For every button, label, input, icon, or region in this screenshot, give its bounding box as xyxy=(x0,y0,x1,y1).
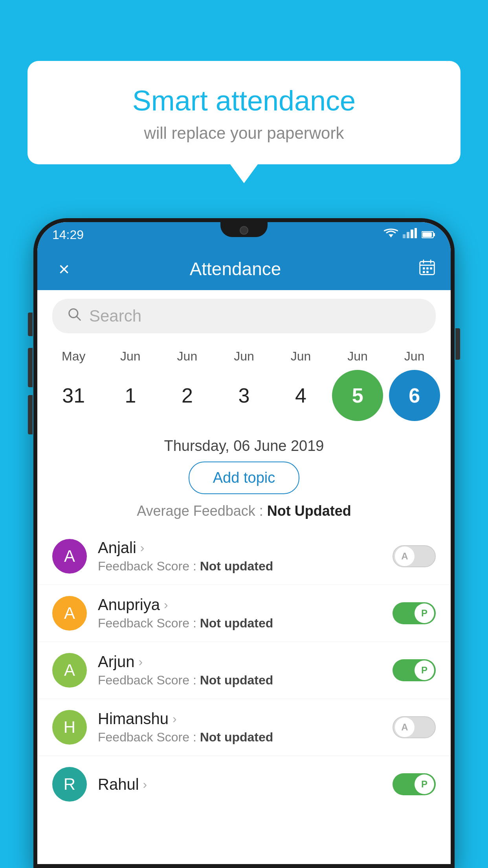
svg-rect-16 xyxy=(426,271,429,273)
close-button[interactable]: × xyxy=(52,258,76,280)
svg-rect-14 xyxy=(430,267,432,270)
front-camera xyxy=(240,226,248,235)
student-item-arjun[interactable]: A Arjun › Feedback Score : Not updated P xyxy=(37,642,451,699)
speech-bubble-title: Smart attendance xyxy=(55,85,433,117)
svg-rect-4 xyxy=(415,228,417,238)
student-avatar-anupriya: A xyxy=(52,596,87,631)
calendar-month-6: Jun xyxy=(389,349,440,364)
status-icons xyxy=(384,228,436,242)
calendar-month-5: Jun xyxy=(332,349,383,364)
chevron-right-icon: › xyxy=(140,541,145,555)
chevron-right-icon: › xyxy=(164,598,168,612)
mute-button[interactable] xyxy=(28,313,33,336)
calendar-strip: May Jun Jun Jun Jun Jun Jun 31 1 2 3 4 5… xyxy=(37,342,451,428)
speech-bubble: Smart attendance will replace your paper… xyxy=(28,61,460,164)
attendance-toggle-himanshu[interactable]: A xyxy=(393,716,436,738)
svg-rect-6 xyxy=(433,233,435,236)
svg-rect-2 xyxy=(407,232,409,238)
search-placeholder: Search xyxy=(89,307,141,326)
speech-bubble-subtitle: will replace your paperwork xyxy=(55,124,433,143)
calendar-dates-row: 31 1 2 3 4 5 6 xyxy=(45,367,443,428)
student-info-arjun: Arjun › Feedback Score : Not updated xyxy=(98,653,393,688)
search-bar[interactable]: Search xyxy=(52,299,436,333)
battery-icon xyxy=(422,229,436,241)
toggle-thumb-anupriya: P xyxy=(415,603,434,623)
svg-rect-1 xyxy=(403,234,405,238)
calendar-month-3: Jun xyxy=(218,349,270,364)
svg-line-18 xyxy=(77,316,81,320)
search-icon xyxy=(67,307,82,326)
svg-rect-3 xyxy=(411,230,413,238)
student-feedback-arjun: Feedback Score : Not updated xyxy=(98,673,393,688)
student-feedback-anjali: Feedback Score : Not updated xyxy=(98,559,393,574)
student-item-anupriya[interactable]: A Anupriya › Feedback Score : Not update… xyxy=(37,585,451,642)
calendar-month-0: May xyxy=(48,349,99,364)
feedback-summary: Average Feedback : Not Updated xyxy=(37,503,451,528)
student-info-anupriya: Anupriya › Feedback Score : Not updated xyxy=(98,596,393,631)
student-avatar-arjun: A xyxy=(52,653,87,688)
power-button[interactable] xyxy=(455,328,460,360)
signal-icon xyxy=(403,228,417,242)
content-area: Thursday, 06 June 2019 Add topic Average… xyxy=(37,428,451,820)
calendar-date-3[interactable]: 3 xyxy=(218,370,270,421)
volume-down-button[interactable] xyxy=(28,395,33,434)
svg-marker-0 xyxy=(389,234,393,237)
student-feedback-anupriya: Feedback Score : Not updated xyxy=(98,616,393,631)
svg-rect-13 xyxy=(426,267,429,270)
calendar-date-0[interactable]: 31 xyxy=(48,370,99,421)
feedback-summary-label: Average Feedback : xyxy=(137,503,267,519)
student-info-anjali: Anjali › Feedback Score : Not updated xyxy=(98,539,393,574)
student-name-rahul: Rahul › xyxy=(98,776,393,793)
toggle-thumb-rahul: P xyxy=(415,774,434,794)
student-list: A Anjali › Feedback Score : Not updated … xyxy=(37,528,451,813)
student-item-rahul[interactable]: R Rahul › P xyxy=(37,756,451,813)
student-name-anjali: Anjali › xyxy=(98,539,393,557)
calendar-date-selected[interactable]: 6 xyxy=(389,370,440,421)
app-bar: × Attendance xyxy=(37,248,451,290)
calendar-month-2: Jun xyxy=(161,349,213,364)
student-feedback-himanshu: Feedback Score : Not updated xyxy=(98,730,393,745)
toggle-thumb-himanshu: A xyxy=(395,717,415,737)
student-item-anjali[interactable]: A Anjali › Feedback Score : Not updated … xyxy=(37,528,451,585)
student-avatar-rahul: R xyxy=(52,767,87,802)
calendar-date-today[interactable]: 5 xyxy=(332,370,383,421)
chevron-right-icon: › xyxy=(172,712,177,726)
svg-rect-12 xyxy=(423,267,425,270)
svg-rect-7 xyxy=(422,232,432,237)
selected-date-label: Thursday, 06 June 2019 xyxy=(37,428,451,462)
phone-frame: 14:29 xyxy=(33,218,455,868)
student-name-arjun: Arjun › xyxy=(98,653,393,671)
chevron-right-icon: › xyxy=(143,777,147,792)
student-info-rahul: Rahul › xyxy=(98,776,393,793)
calendar-date-4[interactable]: 4 xyxy=(275,370,327,421)
student-avatar-himanshu: H xyxy=(52,710,87,745)
attendance-toggle-rahul[interactable]: P xyxy=(393,773,436,795)
student-item-himanshu[interactable]: H Himanshu › Feedback Score : Not update… xyxy=(37,699,451,756)
phone-screen: 14:29 xyxy=(37,222,451,864)
feedback-summary-value: Not Updated xyxy=(267,503,351,519)
chevron-right-icon: › xyxy=(138,655,143,669)
calendar-date-1[interactable]: 1 xyxy=(105,370,156,421)
search-container: Search xyxy=(37,290,451,342)
calendar-months-row: May Jun Jun Jun Jun Jun Jun xyxy=(45,349,443,364)
student-info-himanshu: Himanshu › Feedback Score : Not updated xyxy=(98,710,393,745)
volume-up-button[interactable] xyxy=(28,348,33,387)
attendance-toggle-anjali[interactable]: A xyxy=(393,545,436,567)
calendar-button[interactable] xyxy=(418,259,436,280)
speech-bubble-container: Smart attendance will replace your paper… xyxy=(28,61,460,164)
status-time: 14:29 xyxy=(52,228,84,242)
app-bar-title: Attendance xyxy=(76,258,395,280)
toggle-thumb-arjun: P xyxy=(415,660,434,680)
student-name-himanshu: Himanshu › xyxy=(98,710,393,728)
calendar-date-2[interactable]: 2 xyxy=(161,370,213,421)
student-avatar-anjali: A xyxy=(52,539,87,574)
add-topic-button[interactable]: Add topic xyxy=(189,462,299,494)
attendance-toggle-anupriya[interactable]: P xyxy=(393,602,436,624)
calendar-month-4: Jun xyxy=(275,349,327,364)
svg-rect-15 xyxy=(423,271,425,273)
student-name-anupriya: Anupriya › xyxy=(98,596,393,614)
calendar-month-1: Jun xyxy=(105,349,156,364)
notch xyxy=(220,222,268,237)
toggle-thumb-anjali: A xyxy=(395,546,415,566)
attendance-toggle-arjun[interactable]: P xyxy=(393,659,436,681)
